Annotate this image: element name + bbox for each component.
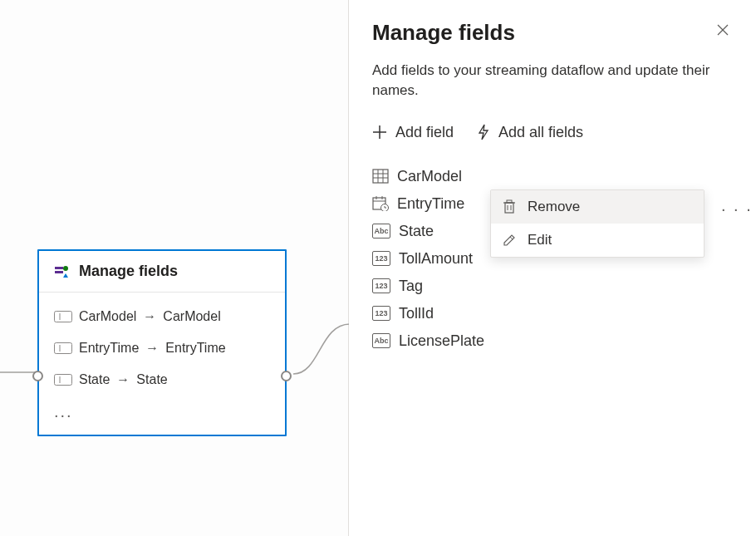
mapping-more[interactable]: ... — [54, 396, 270, 423]
arrow-icon: → — [145, 341, 159, 356]
field-row-licenseplate[interactable]: Abc LicensePlate — [372, 327, 733, 355]
text-type-icon: Abc — [372, 333, 390, 348]
arrow-icon: → — [116, 372, 130, 387]
add-all-label: Add all fields — [498, 124, 583, 141]
node-header: Manage fields — [39, 251, 285, 293]
svg-rect-8 — [55, 375, 72, 386]
plus-icon — [372, 125, 387, 140]
svg-marker-3 — [63, 273, 68, 278]
trash-icon — [503, 199, 518, 214]
svg-rect-4 — [55, 312, 72, 322]
svg-rect-30 — [507, 200, 512, 203]
rename-icon — [54, 342, 72, 354]
mapping-to: CarModel — [163, 309, 220, 324]
field-row-tag[interactable]: 123 Tag — [372, 273, 733, 300]
svg-rect-14 — [373, 170, 388, 183]
menu-item-edit[interactable]: Edit — [491, 224, 704, 257]
close-icon — [716, 23, 729, 37]
svg-rect-0 — [55, 267, 63, 269]
pencil-icon — [503, 234, 518, 247]
mapping-row[interactable]: EntryTime → EntryTime — [54, 332, 270, 364]
node-title: Manage fields — [79, 263, 178, 280]
add-field-label: Add field — [395, 124, 454, 141]
mapping-to: State — [136, 372, 167, 387]
field-name: Tag — [399, 278, 423, 295]
manage-fields-icon — [54, 263, 71, 280]
mapping-from: State — [79, 372, 110, 387]
field-row-tollid[interactable]: 123 TollId — [372, 300, 733, 327]
node-port-in[interactable] — [32, 371, 43, 381]
mapping-row[interactable]: State → State — [54, 364, 270, 396]
number-type-icon: 123 — [372, 306, 390, 321]
svg-rect-1 — [55, 271, 63, 273]
field-row-carmodel[interactable]: CarModel — [372, 163, 733, 190]
text-type-icon: Abc — [372, 224, 390, 238]
number-type-icon: 123 — [372, 251, 390, 266]
add-field-button[interactable]: Add field — [372, 120, 454, 145]
field-name: TollId — [399, 305, 434, 322]
field-context-menu: Remove Edit — [490, 189, 704, 258]
field-name: CarModel — [397, 168, 462, 185]
menu-item-remove[interactable]: Remove — [491, 190, 704, 224]
field-name: LicensePlate — [399, 332, 484, 350]
menu-item-label: Edit — [528, 232, 552, 248]
node-body: CarModel → CarModel EntryTime → EntryTim… — [39, 293, 285, 435]
field-name: State — [399, 223, 434, 240]
manage-fields-node[interactable]: Manage fields CarModel → CarModel EntryT… — [37, 249, 287, 436]
add-all-fields-button[interactable]: Add all fields — [477, 120, 583, 145]
rename-icon — [54, 374, 72, 386]
field-name: TollAmount — [399, 250, 473, 268]
rename-icon — [54, 311, 72, 322]
panel-description: Add fields to your streaming dataflow an… — [372, 61, 733, 101]
close-button[interactable] — [713, 20, 733, 40]
canvas[interactable]: Manage fields CarModel → CarModel EntryT… — [0, 0, 349, 536]
field-more-button[interactable]: · · · — [721, 199, 756, 219]
svg-rect-6 — [55, 343, 72, 354]
datetime-icon — [372, 196, 389, 211]
manage-fields-panel: Manage fields Add fields to your streami… — [349, 0, 756, 536]
panel-title: Manage fields — [372, 20, 515, 46]
mapping-row[interactable]: CarModel → CarModel — [54, 301, 270, 332]
menu-item-label: Remove — [528, 199, 580, 215]
svg-point-2 — [63, 266, 68, 271]
field-name: EntryTime — [397, 195, 464, 213]
wire-out — [287, 322, 353, 381]
mapping-from: CarModel — [79, 309, 136, 324]
lightning-icon — [477, 124, 490, 140]
table-icon — [372, 169, 389, 184]
number-type-icon: 123 — [372, 278, 390, 293]
mapping-from: EntryTime — [79, 341, 139, 356]
mapping-to: EntryTime — [165, 341, 225, 356]
svg-line-31 — [510, 237, 513, 239]
arrow-icon: → — [143, 309, 156, 324]
node-port-out[interactable] — [281, 371, 292, 381]
svg-rect-26 — [505, 203, 513, 213]
